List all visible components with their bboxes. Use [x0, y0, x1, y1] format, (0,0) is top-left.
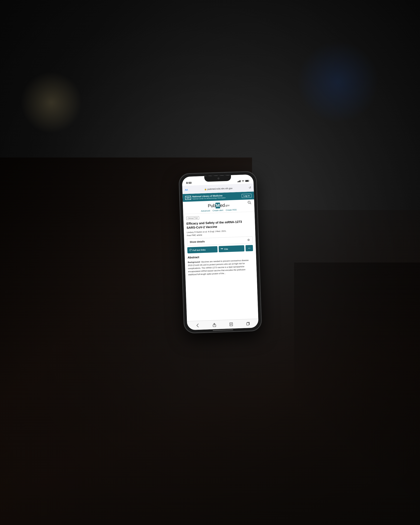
nih-text: National Library of Medicine National Ce…	[192, 194, 226, 200]
svg-rect-3	[240, 180, 241, 182]
scroll-content: NIH National Library of Medicine Nationa…	[183, 192, 258, 321]
article-content: Clinical Trial Efficacy and Safety of th…	[183, 212, 257, 278]
svg-rect-16	[246, 323, 249, 325]
bookmarks-button[interactable]	[227, 319, 236, 329]
nih-logo-area: NIH National Library of Medicine Nationa…	[185, 194, 226, 200]
status-icons	[237, 180, 249, 183]
phone-wrapper: 8:50	[179, 171, 262, 334]
lock-icon: 🔒	[204, 188, 206, 190]
share-button[interactable]	[210, 320, 219, 329]
svg-rect-2	[239, 180, 240, 182]
back-button[interactable]	[193, 321, 202, 330]
cite-button[interactable]: ❝❝ Cite	[219, 245, 244, 252]
nih-bracket: NIH	[185, 196, 191, 200]
abstract-title: Abstract	[188, 254, 253, 259]
abstract-background-label: Background:	[188, 261, 200, 263]
url-text-value: pubmed.ncbi.nlm.nih.gov	[207, 187, 233, 190]
svg-rect-1	[238, 181, 239, 182]
phone-notch	[204, 175, 231, 182]
nih-login-button[interactable]: Log in	[242, 194, 252, 198]
show-details-text: Show details	[190, 240, 205, 244]
abstract-text: Background: Vaccines are needed to preve…	[188, 259, 254, 276]
lamp-glow	[20, 72, 82, 133]
more-button[interactable]: ···	[245, 245, 253, 252]
more-dots-icon: ···	[248, 246, 250, 250]
svg-rect-9	[189, 249, 191, 251]
create-alert-link[interactable]: Create alert	[213, 209, 223, 212]
svg-rect-6	[245, 180, 248, 181]
svg-rect-5	[249, 180, 249, 181]
full-text-icon	[189, 249, 191, 252]
phone-device: 8:50	[179, 171, 262, 334]
signal-icon	[237, 180, 241, 183]
pubmed-header: PubMed.gov Advanced Create alert Create …	[183, 199, 254, 214]
url-aa-button[interactable]: AA	[185, 188, 188, 191]
cite-icon: ❝❝	[221, 248, 223, 250]
wifi-icon	[242, 180, 244, 183]
svg-rect-0	[237, 181, 238, 182]
search-icon[interactable]	[248, 201, 252, 206]
ed-text: ed	[220, 203, 225, 208]
full-text-links-button[interactable]: Full text links	[187, 246, 218, 253]
clinical-trial-badge: Clinical Trial	[186, 216, 199, 220]
article-title: Efficacy and Safety of the mRNA-1273 SAR…	[187, 219, 252, 230]
med-highlight: M	[215, 203, 220, 209]
cite-label: Cite	[224, 248, 228, 250]
advanced-link[interactable]: Advanced	[201, 210, 210, 212]
battery-icon	[245, 180, 249, 183]
gov-text: .gov	[225, 204, 230, 207]
status-time: 8:50	[186, 181, 192, 185]
reload-button[interactable]: ↺	[249, 186, 252, 189]
tabs-button[interactable]	[243, 319, 253, 328]
url-display[interactable]: 🔒 pubmed.ncbi.nlm.nih.gov	[189, 187, 247, 191]
action-buttons: Full text links ❝❝ Cite ···	[187, 245, 253, 253]
gear-icon[interactable]: ⚙	[247, 238, 250, 242]
home-indicator	[213, 329, 233, 331]
show-details-bar[interactable]: Show details ⚙	[187, 236, 253, 246]
front-camera	[217, 177, 219, 179]
blue-glow	[297, 41, 379, 123]
create-rss-link[interactable]: Create RSS	[226, 209, 237, 211]
phone-screen: 8:50	[182, 174, 259, 330]
pub-text: Pub	[208, 203, 216, 209]
full-text-label: Full text links	[192, 249, 205, 251]
svg-line-8	[250, 203, 251, 204]
